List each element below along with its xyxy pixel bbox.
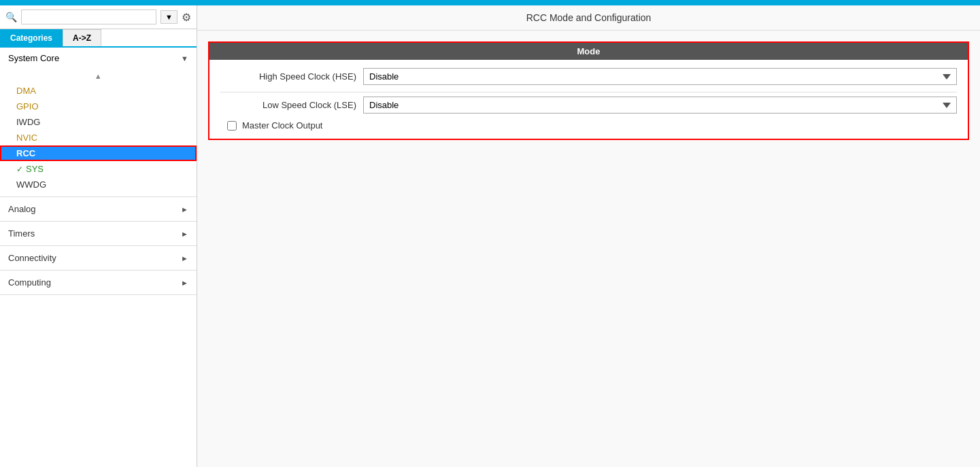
sidebar-item-connectivity[interactable]: Connectivity ► [0,246,197,271]
search-input[interactable] [21,10,156,24]
hse-row: High Speed Clock (HSE) Disable Crystal/C… [220,68,957,85]
page-title: RCC Mode and Configuration [526,12,652,23]
mode-header: Mode [209,43,968,60]
sidebar-item-sys[interactable]: ✓ SYS [0,161,197,177]
sidebar: 🔍 ▼ ⚙ Categories A->Z System Core ▼ ▴ DM [0,5,197,467]
connectivity-chevron: ► [181,254,188,262]
top-accent-bar [0,0,980,5]
lse-select[interactable]: Disable Crystal/Ceramic Resonator BYPASS… [363,97,957,114]
system-core-section: System Core ▼ ▴ DMA GPIO IWDG NVIC [0,48,197,197]
mode-body: High Speed Clock (HSE) Disable Crystal/C… [209,60,968,139]
lse-row: Low Speed Clock (LSE) Disable Crystal/Ce… [220,97,957,114]
sidebar-item-wwdg[interactable]: WWDG [0,177,197,192]
main-content: RCC Mode and Configuration Mode High Spe… [197,5,980,467]
sidebar-item-rcc[interactable]: RCC [0,145,197,161]
sys-check-mark: ✓ [16,165,23,174]
analog-chevron: ► [181,205,188,213]
search-bar: 🔍 ▼ ⚙ [0,5,197,29]
sidebar-item-iwdg[interactable]: IWDG [0,114,197,130]
connectivity-label: Connectivity [8,253,56,263]
search-icon: 🔍 [5,12,17,22]
search-dropdown-button[interactable]: ▼ [160,10,178,24]
master-clock-row: Master Clock Output [227,120,957,131]
sidebar-item-computing[interactable]: Computing ► [0,271,197,295]
computing-chevron: ► [181,279,188,287]
sidebar-item-dma[interactable]: DMA [0,83,197,99]
hse-label: High Speed Clock (HSE) [220,71,356,82]
sidebar-content: System Core ▼ ▴ DMA GPIO IWDG NVIC [0,48,197,467]
sidebar-item-gpio[interactable]: GPIO [0,99,197,114]
lse-label: Low Speed Clock (LSE) [220,100,356,110]
timers-label: Timers [8,228,35,239]
config-panel: Mode High Speed Clock (HSE) Disable Crys… [197,31,980,467]
system-core-label: System Core [8,53,59,63]
computing-label: Computing [8,277,51,288]
master-clock-checkbox[interactable] [227,121,237,131]
gear-icon[interactable]: ⚙ [182,11,191,24]
timers-chevron: ► [181,230,188,238]
hse-select[interactable]: Disable Crystal/Ceramic Resonator BYPASS… [363,68,957,85]
sidebar-item-nvic[interactable]: NVIC [0,130,197,145]
system-core-header[interactable]: System Core ▼ [0,48,197,69]
sort-handle: ▴ [0,69,197,83]
mode-section: Mode High Speed Clock (HSE) Disable Crys… [208,41,969,140]
analog-label: Analog [8,204,35,214]
tab-categories[interactable]: Categories [0,29,63,46]
sidebar-item-analog[interactable]: Analog ► [0,197,197,222]
page-title-bar: RCC Mode and Configuration [197,5,980,31]
tab-bar: Categories A->Z [0,29,197,48]
divider-hse-lse [220,92,957,92]
tab-az[interactable]: A->Z [63,29,101,46]
sidebar-item-timers[interactable]: Timers ► [0,222,197,246]
master-clock-label: Master Clock Output [242,120,323,131]
system-core-chevron: ▼ [181,54,188,63]
system-core-items: ▴ DMA GPIO IWDG NVIC RCC [0,69,197,196]
